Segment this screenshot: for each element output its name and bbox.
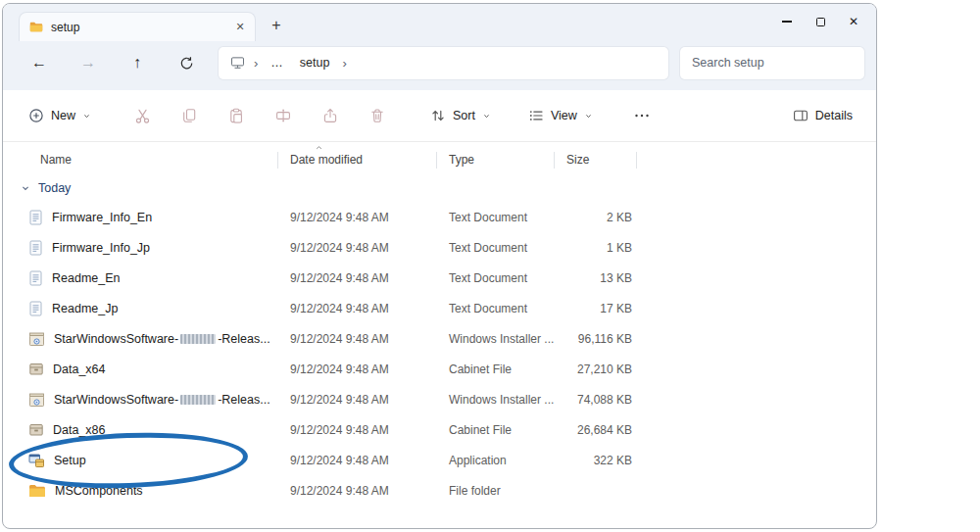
file-explorer-window: setup ✕ + ✕ ← → ↑ › … set xyxy=(2,3,877,529)
share-button[interactable] xyxy=(307,108,354,123)
rename-button[interactable] xyxy=(260,108,307,123)
column-header-size[interactable]: Size xyxy=(556,153,638,167)
details-pane-icon xyxy=(793,108,808,123)
file-name: MSComponents xyxy=(55,484,143,498)
date-modified: 9/12/2024 9:48 AM xyxy=(279,423,438,437)
file-row[interactable]: StarWindowsSoftware--Releas... 9/12/2024… xyxy=(3,384,876,414)
explorer-tab[interactable]: setup ✕ xyxy=(19,12,256,41)
ellipsis-icon xyxy=(634,108,650,123)
close-button[interactable]: ✕ xyxy=(837,4,870,39)
new-button-label: New xyxy=(51,109,75,122)
file-type: Cabinet File xyxy=(438,423,556,437)
delete-button[interactable] xyxy=(354,108,401,123)
share-icon xyxy=(322,108,338,123)
file-row[interactable]: Readme_En 9/12/2024 9:48 AM Text Documen… xyxy=(3,263,876,293)
details-toggle[interactable]: Details xyxy=(793,108,853,123)
file-type: File folder xyxy=(438,484,556,498)
new-plus-icon xyxy=(28,108,44,123)
column-separator[interactable] xyxy=(554,152,555,169)
view-button[interactable]: View xyxy=(520,102,601,129)
sort-button[interactable]: Sort xyxy=(422,102,499,129)
file-row[interactable]: Data_x86 9/12/2024 9:48 AM Cabinet File … xyxy=(3,414,876,445)
details-toggle-label: Details xyxy=(815,109,853,122)
setup-application-icon xyxy=(28,453,45,468)
file-name: StarWindowsSoftware--Releas... xyxy=(54,332,270,346)
minimize-icon xyxy=(782,21,792,22)
file-name: Setup xyxy=(54,454,86,467)
file-row-setup[interactable]: Setup 9/12/2024 9:48 AM Application 322 … xyxy=(3,445,876,475)
file-row[interactable]: Data_x64 9/12/2024 9:48 AM Cabinet File … xyxy=(3,354,876,384)
chevron-down-icon xyxy=(584,112,593,121)
new-button[interactable]: New xyxy=(21,102,99,129)
file-size: 13 KB xyxy=(556,271,638,285)
breadcrumb-ellipsis[interactable]: … xyxy=(267,54,287,72)
tab-close-icon[interactable]: ✕ xyxy=(231,19,249,36)
delete-icon xyxy=(369,108,385,123)
file-size: 2 KB xyxy=(556,211,638,224)
column-headers: Name Date modified Type Size xyxy=(3,146,876,173)
window-chrome: setup ✕ + ✕ ← → ↑ › … set xyxy=(3,4,876,90)
column-separator[interactable] xyxy=(636,152,637,169)
file-type: Text Document xyxy=(438,271,556,285)
column-header-date-modified[interactable]: Date modified xyxy=(279,153,438,167)
breadcrumb-current-folder[interactable]: setup xyxy=(296,54,334,72)
file-size: 27,210 KB xyxy=(556,363,638,376)
copy-icon xyxy=(181,108,197,123)
file-row[interactable]: Readme_Jp 9/12/2024 9:48 AM Text Documen… xyxy=(3,293,876,323)
file-type: Text Document xyxy=(438,302,556,315)
refresh-button[interactable] xyxy=(170,47,203,78)
file-row[interactable]: StarWindowsSoftware--Releas... 9/12/2024… xyxy=(3,323,876,354)
group-header-today[interactable]: Today xyxy=(3,173,876,202)
sort-icon xyxy=(430,108,446,123)
file-row[interactable]: Firmware_Info_Jp 9/12/2024 9:48 AM Text … xyxy=(3,232,876,263)
chevron-down-icon xyxy=(82,112,91,121)
column-header-name[interactable]: Name xyxy=(3,153,279,167)
forward-button[interactable]: → xyxy=(72,47,105,78)
column-separator[interactable] xyxy=(436,152,437,169)
file-row[interactable]: Firmware_Info_En 9/12/2024 9:48 AM Text … xyxy=(3,202,876,232)
file-size: 1 KB xyxy=(556,241,638,255)
paste-icon xyxy=(228,108,244,123)
cut-button[interactable] xyxy=(119,108,166,124)
file-type: Windows Installer ... xyxy=(438,393,556,407)
search-box[interactable] xyxy=(680,47,864,79)
this-pc-icon xyxy=(230,56,245,70)
text-document-icon xyxy=(28,240,43,256)
date-modified: 9/12/2024 9:48 AM xyxy=(279,211,438,224)
search-input[interactable] xyxy=(692,56,853,70)
file-size: 26,684 KB xyxy=(556,423,638,437)
new-tab-button[interactable]: + xyxy=(264,13,289,38)
navigation-bar: ← → ↑ › … setup › xyxy=(3,41,876,90)
column-separator[interactable] xyxy=(277,152,278,169)
minimize-button[interactable] xyxy=(770,4,804,39)
tab-title: setup xyxy=(51,21,79,34)
file-list: Name Date modified Type Size Today Firmw… xyxy=(3,142,876,506)
more-options-button[interactable] xyxy=(622,108,662,123)
back-button[interactable]: ← xyxy=(23,47,56,78)
view-icon xyxy=(528,108,544,123)
rename-icon xyxy=(275,108,291,123)
file-type: Application xyxy=(438,454,556,467)
date-modified: 9/12/2024 9:48 AM xyxy=(279,271,438,285)
paste-button[interactable] xyxy=(213,108,260,123)
file-row[interactable]: MSComponents 9/12/2024 9:48 AM File fold… xyxy=(3,475,876,506)
chevron-right-icon: › xyxy=(342,57,346,70)
column-header-type[interactable]: Type xyxy=(438,153,556,167)
maximize-icon xyxy=(816,18,825,26)
window-controls: ✕ xyxy=(770,4,870,39)
date-modified: 9/12/2024 9:48 AM xyxy=(279,332,438,346)
chevron-down-icon xyxy=(482,112,491,121)
windows-installer-icon xyxy=(28,392,45,408)
folder-icon xyxy=(28,484,46,498)
sort-ascending-caret-icon xyxy=(315,144,323,151)
file-type: Windows Installer ... xyxy=(438,332,556,346)
address-bar[interactable]: › … setup › xyxy=(219,47,668,79)
maximize-button[interactable] xyxy=(804,4,837,39)
file-type: Cabinet File xyxy=(438,363,556,376)
text-document-icon xyxy=(28,210,43,225)
redacted-text xyxy=(180,334,216,344)
chevron-right-icon: › xyxy=(254,57,258,70)
copy-button[interactable] xyxy=(166,108,213,123)
cabinet-file-icon xyxy=(28,422,44,437)
up-button[interactable]: ↑ xyxy=(121,47,154,78)
